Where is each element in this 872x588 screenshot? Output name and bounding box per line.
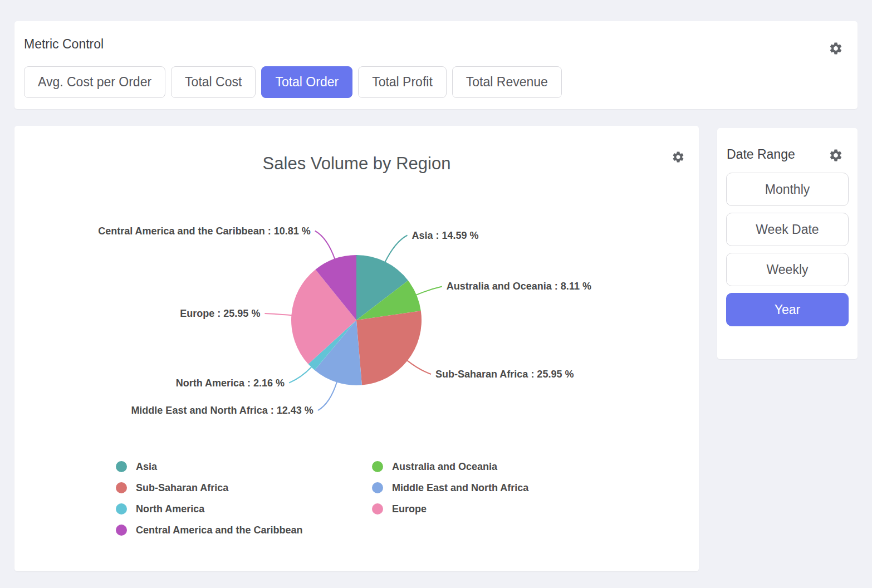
legend-item-middle-east-and-north-africa[interactable]: Middle East and North Africa <box>372 477 528 498</box>
date-range-panel: Date Range MonthlyWeek DateWeeklyYear <box>717 128 858 359</box>
legend-dot-icon <box>116 525 127 536</box>
legend-label: Australia and Oceania <box>392 461 497 473</box>
legend-item-australia-and-oceania[interactable]: Australia and Oceania <box>372 456 528 477</box>
legend-label: Asia <box>136 461 157 473</box>
pie-label-leader-line <box>407 360 431 374</box>
legend-dot-icon <box>116 482 127 493</box>
metric-control-title: Metric Control <box>24 37 104 52</box>
date-range-title: Date Range <box>727 147 795 162</box>
date-range-button-weekly[interactable]: Weekly <box>726 253 849 286</box>
pie-label-leader-line <box>318 382 337 411</box>
legend-dot-icon <box>116 461 127 472</box>
pie-slice-label-middle-east-and-north-africa: Middle East and North Africa : 12.43 % <box>131 405 313 416</box>
pie-slice-label-europe: Europe : 25.95 % <box>180 308 260 319</box>
legend-item-europe[interactable]: Europe <box>372 498 528 520</box>
gear-icon <box>829 41 843 56</box>
pie-slice-label-central-america-and-the-caribbean: Central America and the Caribbean : 10.8… <box>98 226 310 237</box>
legend-dot-icon <box>372 461 383 472</box>
legend-label: Europe <box>392 503 427 515</box>
pie-slice-label-north-america: North America : 2.16 % <box>176 378 285 389</box>
legend-label: North America <box>136 503 204 515</box>
legend-label: Sub-Saharan Africa <box>136 482 228 494</box>
legend-label: Middle East and North Africa <box>392 482 528 494</box>
pie-slice-label-sub-saharan-africa: Sub-Saharan Africa : 25.95 % <box>435 369 574 380</box>
pie-slice-label-australia-and-oceania: Australia and Oceania : 8.11 % <box>447 281 591 292</box>
legend-label: Central America and the Caribbean <box>136 525 302 536</box>
dashboard-page: Metric Control Avg. Cost per OrderTotal … <box>0 0 872 588</box>
legend-item-sub-saharan-africa[interactable]: Sub-Saharan Africa <box>116 477 372 498</box>
metric-button-total-order[interactable]: Total Order <box>261 66 352 98</box>
chart-legend: AsiaAustralia and OceaniaSub-Saharan Afr… <box>116 456 528 541</box>
legend-dot-icon <box>116 503 127 514</box>
metric-button-total-profit[interactable]: Total Profit <box>358 66 447 98</box>
settings-icon[interactable] <box>829 41 843 56</box>
date-range-button-week-date[interactable]: Week Date <box>726 213 849 246</box>
metric-button-total-revenue[interactable]: Total Revenue <box>452 66 562 98</box>
date-range-button-monthly[interactable]: Monthly <box>726 173 849 206</box>
chart-panel: Sales Volume by Region Asia : 14.59 %Aus… <box>14 126 699 571</box>
pie-label-leader-line <box>315 231 335 259</box>
settings-icon[interactable] <box>829 148 843 163</box>
metric-button-group: Avg. Cost per OrderTotal CostTotal Order… <box>24 66 562 98</box>
pie-label-leader-line <box>289 367 312 383</box>
metric-button-total-cost[interactable]: Total Cost <box>171 66 256 98</box>
pie-slice-sub-saharan-africa[interactable] <box>356 311 422 385</box>
pie-slice-label-asia: Asia : 14.59 % <box>412 230 479 241</box>
legend-dot-icon <box>372 503 383 514</box>
legend-item-asia[interactable]: Asia <box>116 456 372 477</box>
pie-label-leader-line <box>416 286 442 295</box>
legend-item-north-america[interactable]: North America <box>116 498 372 520</box>
date-range-button-year[interactable]: Year <box>726 293 849 326</box>
legend-item-central-america-and-the-caribbean[interactable]: Central America and the Caribbean <box>116 520 372 541</box>
gear-icon <box>829 148 843 163</box>
legend-dot-icon <box>372 482 383 493</box>
date-range-button-group: MonthlyWeek DateWeeklyYear <box>726 173 849 326</box>
pie-label-leader-line <box>264 313 292 315</box>
metric-button-avg-cost-per-order[interactable]: Avg. Cost per Order <box>24 66 165 98</box>
metric-control-panel: Metric Control Avg. Cost per OrderTotal … <box>14 21 858 109</box>
pie-label-leader-line <box>385 236 407 263</box>
